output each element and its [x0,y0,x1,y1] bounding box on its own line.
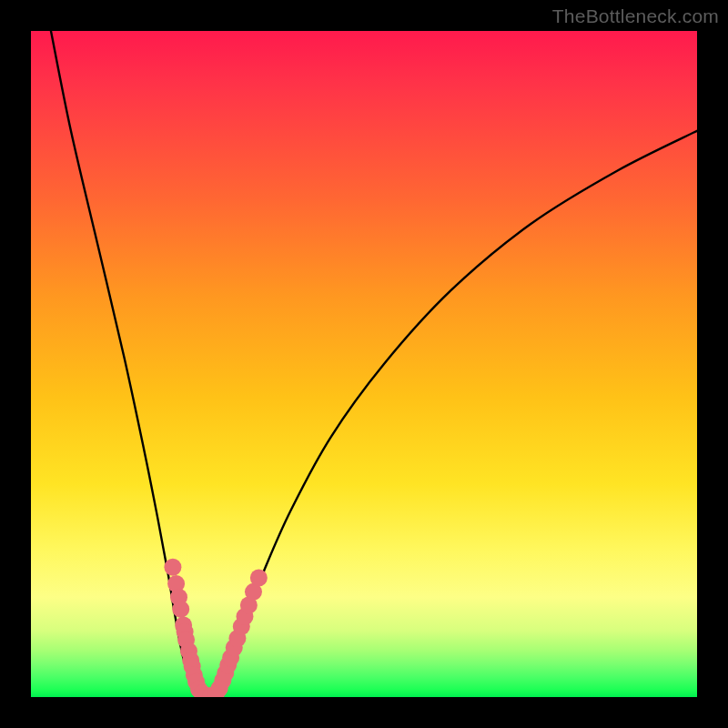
curve-layer [31,31,697,697]
watermark-text: TheBottleneck.com [552,5,719,27]
marker-dot [164,559,181,576]
series-right-branch [213,131,697,696]
curve-lines [51,31,697,696]
curve-markers [164,559,267,697]
marker-dot [172,601,189,618]
chart-frame: TheBottleneck.com [0,0,728,728]
marker-dot [250,569,268,586]
plot-area [31,31,697,697]
